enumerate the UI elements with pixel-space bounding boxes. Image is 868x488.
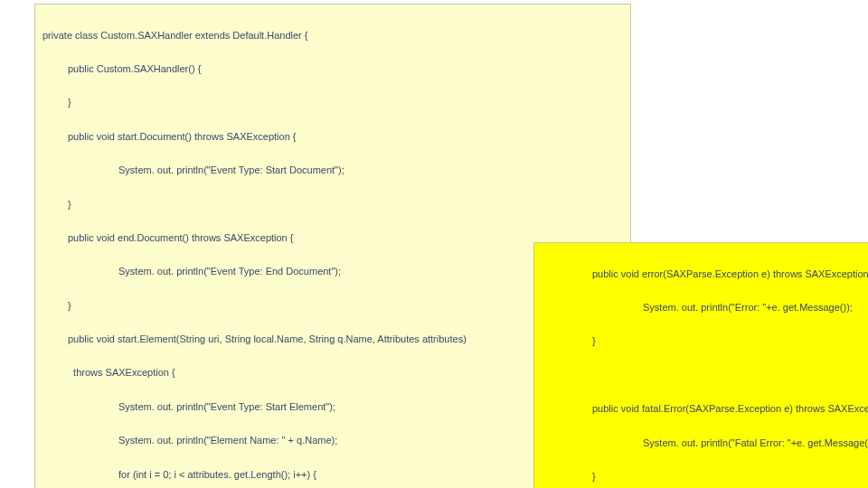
code-line: }: [542, 333, 868, 350]
code-line: }: [42, 196, 623, 213]
code-line: public void fatal.Error(SAXParse.Excepti…: [542, 400, 868, 418]
code-line: System. out. println("Fatal Error: "+e. …: [542, 435, 868, 452]
code-line: }: [542, 468, 868, 485]
code-line: [542, 367, 868, 384]
code-line: private class Custom.SAXHandler extends …: [42, 27, 623, 44]
code-line: }: [42, 94, 623, 111]
code-line: public Custom.SAXHandler() {: [42, 61, 623, 78]
code-line: System. out. println("Event Type: Start …: [42, 162, 623, 179]
code-block-right: public void error(SAXParse.Exception e) …: [533, 242, 868, 488]
code-line: System. out. println("Error: "+e. get.Me…: [542, 299, 868, 316]
code-line: public void start.Document() throws SAXE…: [42, 128, 623, 145]
code-line: public void error(SAXParse.Exception e) …: [542, 266, 868, 283]
